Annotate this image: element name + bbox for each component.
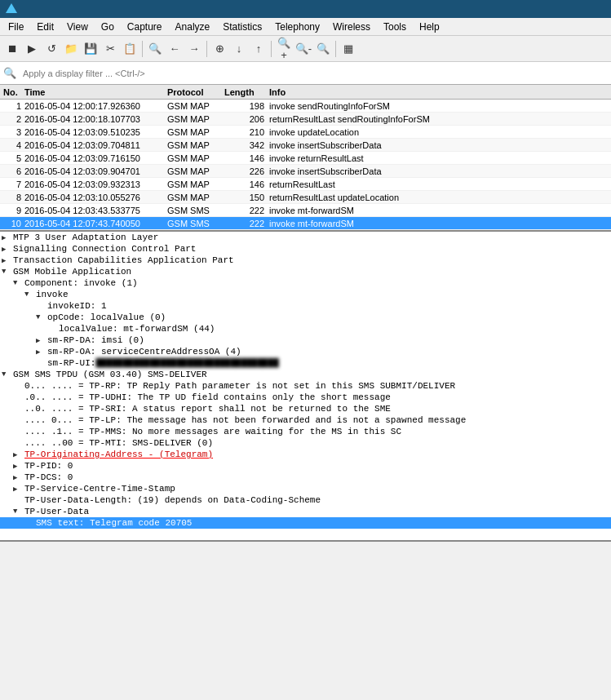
packet-row[interactable]: 1 2016-05-04 12:00:17.926360 GSM MAP 198… — [0, 100, 611, 113]
detail-row[interactable]: ..0. .... = TP-SRI: A status report shal… — [0, 403, 611, 414]
expand-icon[interactable]: ▶ — [13, 450, 24, 459]
detail-text: Transaction Capabilities Application Par… — [13, 255, 234, 265]
detail-row[interactable]: ▶ TP-PID: 0 — [0, 460, 611, 472]
toolbar-btn-12[interactable]: ⊕ — [210, 40, 228, 58]
collapse-icon[interactable]: ▼ — [2, 370, 13, 379]
detail-text: TP-DCS: 0 — [24, 472, 73, 482]
detail-row[interactable]: .0.. .... = TP-UDHI: The TP UD field con… — [0, 392, 611, 403]
expand-icon[interactable]: ▶ — [2, 256, 13, 265]
menu-item-capture[interactable]: Capture — [121, 20, 169, 34]
toolbar-btn-6[interactable]: 📋 — [121, 40, 139, 58]
row-no: 10 — [0, 219, 24, 228]
detail-text: invokeID: 1 — [47, 301, 107, 311]
detail-row[interactable]: .... ..00 = TP-MTI: SMS-DELIVER (0) — [0, 437, 611, 449]
expand-icon[interactable]: ▶ — [13, 462, 24, 471]
packet-row[interactable]: 3 2016-05-04 12:03:09.510235 GSM MAP 210… — [0, 126, 611, 139]
menu-item-tools[interactable]: Tools — [377, 20, 413, 34]
toolbar-btn-9[interactable]: ← — [166, 40, 184, 58]
detail-row[interactable]: .... 0... = TP-LP: The message has not b… — [0, 414, 611, 426]
packet-row[interactable]: 9 2016-05-04 12:03:43.533775 GSM SMS 222… — [0, 204, 611, 217]
row-no: 8 — [0, 193, 24, 202]
detail-row[interactable]: invokeID: 1 — [0, 300, 611, 312]
row-length: 210 — [224, 127, 269, 137]
detail-row[interactable]: SMS text: Telegram code 20705 — [0, 517, 611, 529]
expand-icon[interactable]: ▶ — [2, 245, 13, 254]
row-no: 6 — [0, 166, 24, 176]
row-no: 5 — [0, 153, 24, 163]
detail-row[interactable]: ▼ TP-User-Data — [0, 506, 611, 517]
detail-row[interactable]: ▼ GSM Mobile Application — [0, 266, 611, 277]
detail-row[interactable]: ▼ GSM SMS TPDU (GSM 03.40) SMS-DELIVER — [0, 369, 611, 380]
expand-icon[interactable]: ▶ — [36, 348, 47, 357]
toolbar-btn-18[interactable]: 🔍 — [314, 40, 332, 58]
toolbar-btn-1[interactable]: ▶ — [23, 40, 41, 58]
detail-row[interactable]: ▶ Transaction Capabilities Application P… — [0, 255, 611, 266]
detail-text: SMS text: Telegram code 20705 — [36, 518, 192, 528]
detail-row[interactable]: ▶ TP-Originating-Address - (Telegram) — [0, 449, 611, 460]
toolbar-btn-14[interactable]: ↑ — [250, 40, 268, 58]
expand-icon[interactable]: ▶ — [13, 473, 24, 482]
menu-item-view[interactable]: View — [60, 20, 95, 34]
menu-item-help[interactable]: Help — [413, 20, 446, 34]
row-no: 1 — [0, 101, 24, 111]
packet-row[interactable]: 6 2016-05-04 12:03:09.904701 GSM MAP 226… — [0, 165, 611, 178]
toolbar-btn-4[interactable]: 💾 — [82, 40, 100, 58]
toolbar-btn-5[interactable]: ✂ — [101, 40, 119, 58]
detail-row[interactable]: ▶ MTP 3 User Adaptation Layer — [0, 232, 611, 243]
filter-input[interactable] — [20, 65, 608, 82]
toolbar-separator — [206, 41, 207, 57]
menu-item-statistics[interactable]: Statistics — [216, 20, 268, 34]
packet-row[interactable]: 5 2016-05-04 12:03:09.716150 GSM MAP 146… — [0, 152, 611, 165]
detail-row[interactable]: ▶ sm-RP-DA: imsi (0) — [0, 334, 611, 346]
detail-row[interactable]: ▼ Component: invoke (1) — [0, 277, 611, 289]
detail-row[interactable]: 0... .... = TP-RP: TP Reply Path paramet… — [0, 380, 611, 392]
menu-item-telephony[interactable]: Telephony — [268, 20, 326, 34]
packet-row[interactable]: 10 2016-05-04 12:07:43.740050 GSM SMS 22… — [0, 217, 611, 230]
detail-text: Signalling Connection Control Part — [13, 244, 196, 254]
row-protocol: GSM MAP — [167, 166, 224, 176]
detail-row[interactable]: sm-RP-UI: ██████████████████████████████… — [0, 357, 611, 369]
toolbar: ⏹▶↺📁💾✂📋🔍←→⊕↓↑🔍+🔍-🔍▦ — [0, 36, 611, 62]
detail-row[interactable]: localValue: mt-forwardSM (44) — [0, 323, 611, 334]
packet-row[interactable]: 4 2016-05-04 12:03:09.704811 GSM MAP 342… — [0, 139, 611, 152]
menu-item-edit[interactable]: Edit — [30, 20, 60, 34]
menu-item-analyze[interactable]: Analyze — [169, 20, 217, 34]
collapse-icon[interactable]: ▼ — [2, 268, 13, 276]
collapse-icon[interactable]: ▼ — [13, 507, 24, 516]
collapse-icon[interactable]: ▼ — [24, 290, 36, 299]
detail-row[interactable]: ▶ TP-DCS: 0 — [0, 472, 611, 483]
filter-bar[interactable]: 🔍 — [0, 62, 611, 85]
expand-icon[interactable]: ▶ — [2, 233, 13, 242]
row-protocol: GSM MAP — [167, 114, 224, 124]
menu-item-file[interactable]: File — [2, 20, 30, 34]
toolbar-btn-17[interactable]: 🔍- — [294, 40, 312, 58]
toolbar-btn-8[interactable]: 🔍 — [146, 40, 164, 58]
packet-row[interactable]: 8 2016-05-04 12:03:10.055276 GSM MAP 150… — [0, 191, 611, 204]
detail-text: TP-User-Data — [24, 507, 89, 516]
menu-item-wireless[interactable]: Wireless — [326, 20, 377, 34]
toolbar-btn-10[interactable]: → — [185, 40, 203, 58]
toolbar-btn-16[interactable]: 🔍+ — [275, 40, 293, 58]
packet-row[interactable]: 7 2016-05-04 12:03:09.932313 GSM MAP 146… — [0, 178, 611, 191]
toolbar-btn-13[interactable]: ↓ — [230, 40, 248, 58]
toolbar-btn-2[interactable]: ↺ — [42, 40, 60, 58]
toolbar-btn-3[interactable]: 📁 — [62, 40, 80, 58]
packet-list: No. Time Protocol Length Info 1 2016-05-… — [0, 85, 611, 232]
expand-icon[interactable]: ▶ — [13, 485, 24, 494]
detail-row[interactable]: ▶ TP-Service-Centre-Time-Stamp — [0, 483, 611, 494]
packet-row[interactable]: 2 2016-05-04 12:00:18.107703 GSM MAP 206… — [0, 113, 611, 126]
detail-row[interactable]: ▶ Signalling Connection Control Part — [0, 243, 611, 255]
menu-item-go[interactable]: Go — [95, 20, 121, 34]
detail-row[interactable]: ▶ sm-RP-OA: serviceCentreAddressOA (4) — [0, 346, 611, 357]
collapse-icon[interactable]: ▼ — [36, 313, 47, 321]
detail-text: sm-RP-OA: serviceCentreAddressOA (4) — [47, 347, 241, 357]
toolbar-btn-0[interactable]: ⏹ — [3, 40, 21, 58]
collapse-icon[interactable]: ▼ — [13, 279, 24, 287]
packet-list-header: No. Time Protocol Length Info — [0, 85, 611, 100]
detail-row[interactable]: .... .1.. = TP-MMS: No more messages are… — [0, 426, 611, 437]
detail-row[interactable]: ▼ opCode: localValue (0) — [0, 312, 611, 323]
toolbar-btn-20[interactable]: ▦ — [339, 40, 357, 58]
detail-row[interactable]: ▼ invoke — [0, 289, 611, 300]
detail-row[interactable]: TP-User-Data-Length: (19) depends on Dat… — [0, 494, 611, 506]
expand-icon[interactable]: ▶ — [36, 336, 47, 345]
